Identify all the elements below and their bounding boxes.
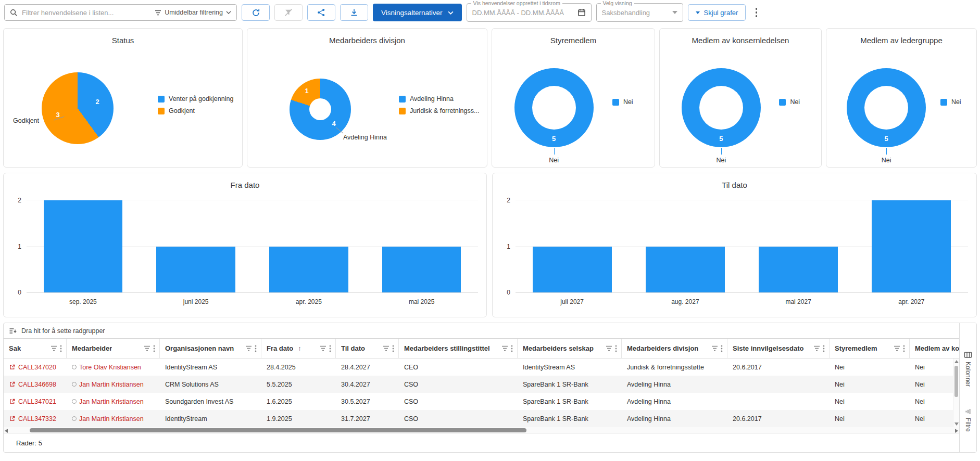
kebab-icon[interactable] <box>60 345 62 352</box>
case-link[interactable]: CALL347021 <box>18 398 56 405</box>
column-header-medarbeiders-divisjon[interactable]: Medarbeiders divisjon <box>622 339 727 358</box>
date-range-input[interactable] <box>472 9 577 17</box>
column-header-styremedlem[interactable]: Styremedlem <box>830 339 910 358</box>
column-header-medlem-av-ko[interactable]: Medlem av ko <box>910 339 959 358</box>
view-options-button[interactable]: Visningsalternativer <box>373 4 462 21</box>
x-tick-label: mai 2027 <box>742 298 855 305</box>
bar[interactable] <box>156 247 235 293</box>
legend-item[interactable]: Nei <box>940 98 961 106</box>
bar[interactable] <box>382 247 461 293</box>
column-header-medarbeiders-selskap[interactable]: Medarbeiders selskap <box>518 339 622 358</box>
kebab-icon[interactable] <box>903 345 905 352</box>
case-link[interactable]: CALL347332 <box>18 415 56 422</box>
case-link-cell[interactable]: CALL346698 <box>4 376 67 393</box>
filter-icon[interactable] <box>320 345 326 351</box>
view-select[interactable]: Velg visning Saksbehandling <box>596 3 683 22</box>
calendar-icon[interactable] <box>577 8 586 17</box>
kebab-icon[interactable] <box>255 345 257 352</box>
kebab-icon[interactable] <box>615 345 617 352</box>
column-header-organisasjonen-navn[interactable]: Organisasjonen navn <box>160 339 261 358</box>
horizontal-scrollbar[interactable] <box>4 427 959 433</box>
scroll-left-arrow[interactable] <box>5 429 8 433</box>
y-tick-label: 2 <box>507 197 510 204</box>
filter-icon[interactable] <box>501 345 508 351</box>
column-header-medarbeider[interactable]: Medarbeider <box>67 339 160 358</box>
employee-cell[interactable]: Jan Martin Kristiansen <box>67 410 160 427</box>
scroll-up-arrow[interactable] <box>954 360 959 363</box>
kebab-icon[interactable] <box>329 345 331 352</box>
refresh-button[interactable] <box>242 4 270 21</box>
employee-cell[interactable]: Tore Olav Kristiansen <box>67 358 160 376</box>
column-header-fra-dato[interactable]: Fra dato↑ <box>261 339 336 358</box>
scroll-right-arrow[interactable] <box>955 429 958 433</box>
slice-value: 5 <box>552 135 556 143</box>
clear-filter-button[interactable] <box>274 4 303 21</box>
legend-item[interactable]: Avdeling Hinna <box>399 95 479 103</box>
case-link-cell[interactable]: CALL347021 <box>4 393 67 410</box>
filter-icon[interactable] <box>894 345 900 351</box>
case-link-cell[interactable]: CALL347020 <box>4 358 67 376</box>
kebab-icon[interactable] <box>153 345 155 352</box>
filter-icon[interactable] <box>813 345 820 351</box>
horizontal-scroll-thumb[interactable] <box>30 428 526 432</box>
case-link[interactable]: CALL346698 <box>18 381 56 388</box>
employee-cell[interactable]: Jan Martin Kristiansen <box>67 393 160 410</box>
fra-dato-bar-chart[interactable]: 012 <box>27 200 478 293</box>
slice-callout-label: Nei <box>882 157 891 164</box>
more-options-button[interactable] <box>750 4 762 21</box>
legend-item[interactable]: Juridisk & forretningss... <box>399 107 479 114</box>
case-link-cell[interactable]: CALL347332 <box>4 410 67 427</box>
legend-item[interactable]: Nei <box>779 98 800 106</box>
tab-kolonner[interactable]: Kolonner <box>964 351 972 387</box>
table-cell: 30.5.2027 <box>336 393 399 410</box>
bar[interactable] <box>872 200 951 292</box>
employee-link[interactable]: Jan Martin Kristiansen <box>79 415 144 422</box>
bar[interactable] <box>44 200 123 292</box>
hide-charts-button[interactable]: Skjul grafer <box>688 4 746 21</box>
instant-filter-dropdown[interactable]: Umiddelbar filtrering <box>155 9 231 16</box>
filter-icon[interactable] <box>245 345 252 351</box>
legend-item[interactable]: Godkjent <box>158 107 233 114</box>
til-dato-bar-chart[interactable]: 012 <box>516 200 968 293</box>
table-row[interactable]: CALL346698Jan Martin KristiansenCRM Solu… <box>4 376 959 393</box>
column-header-til-dato[interactable]: Til dato <box>336 339 399 358</box>
employee-link[interactable]: Jan Martin Kristiansen <box>79 381 144 388</box>
table-row[interactable]: CALL347332Jan Martin KristiansenIdentity… <box>4 410 959 427</box>
date-range-field[interactable]: Vis henvendelser opprettet i tidsrom <box>467 3 592 22</box>
row-group-dropzone[interactable]: Dra hit for å sette radgrupper <box>4 323 959 339</box>
vertical-scrollbar[interactable] <box>953 358 959 427</box>
filter-icon[interactable] <box>144 345 150 351</box>
bar[interactable] <box>533 247 612 293</box>
legend-swatch <box>158 96 165 103</box>
filter-icon[interactable] <box>606 345 612 351</box>
case-link[interactable]: CALL347020 <box>18 364 56 371</box>
table-row[interactable]: CALL347021Jan Martin KristiansenSoundgar… <box>4 393 959 410</box>
legend-item[interactable]: Nei <box>612 98 633 106</box>
table-row[interactable]: CALL347020Tore Olav KristiansenIdentityS… <box>4 358 959 376</box>
column-header-sak[interactable]: Sak <box>4 339 67 358</box>
status-pie-chart[interactable] <box>42 72 114 144</box>
bar[interactable] <box>646 247 725 293</box>
kebab-icon[interactable] <box>511 345 513 352</box>
column-header-medarbeiders-stillingstittel[interactable]: Medarbeiders stillingstittel <box>399 339 518 358</box>
vertical-scroll-thumb[interactable] <box>954 366 958 397</box>
bar[interactable] <box>759 247 838 293</box>
employee-cell[interactable]: Jan Martin Kristiansen <box>67 376 160 393</box>
kebab-icon[interactable] <box>392 345 394 352</box>
scroll-down-arrow[interactable] <box>954 422 959 426</box>
employee-link[interactable]: Tore Olav Kristiansen <box>79 364 141 371</box>
kebab-icon[interactable] <box>721 345 723 352</box>
filter-icon[interactable] <box>51 345 57 351</box>
filter-icon[interactable] <box>711 345 718 351</box>
kebab-icon[interactable] <box>823 345 825 352</box>
search-input[interactable] <box>22 9 150 17</box>
column-header-siste-innvilgelsesdato[interactable]: Siste innvilgelsesdato <box>727 339 830 358</box>
employee-link[interactable]: Jan Martin Kristiansen <box>79 398 144 405</box>
filter-icon[interactable] <box>383 345 390 351</box>
legend-item[interactable]: Venter på godkjenning <box>158 95 233 103</box>
tab-filtre[interactable]: Filtre <box>964 408 972 432</box>
download-button[interactable] <box>340 4 368 21</box>
share-button[interactable] <box>307 4 335 21</box>
bar[interactable] <box>269 247 348 293</box>
search-filter-box[interactable]: Umiddelbar filtrering <box>4 4 237 21</box>
